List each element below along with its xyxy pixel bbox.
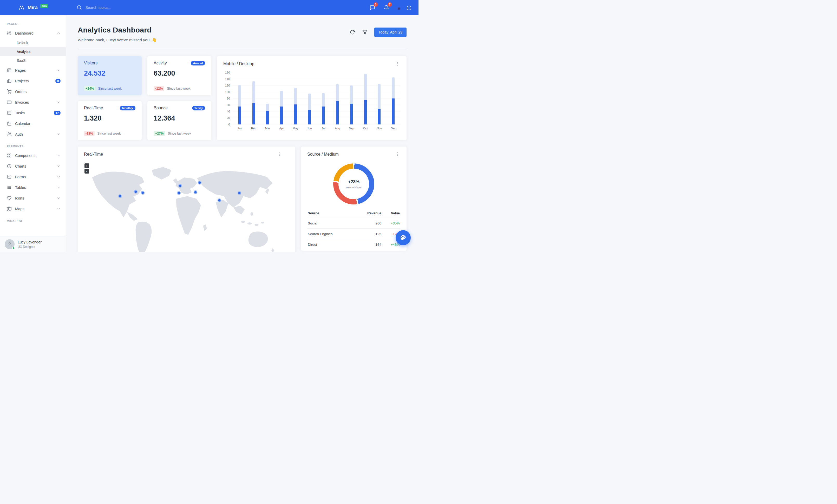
x-axis-label: Mar	[261, 127, 275, 130]
x-axis-label: Sep	[344, 127, 358, 130]
source-cell: Search Engines	[307, 229, 354, 239]
bar-apr	[274, 73, 288, 125]
sidebar-nav: PAGESDashboardDefaultAnalyticsSaaSPagesP…	[0, 15, 66, 236]
brand[interactable]: Mira PRO	[18, 4, 48, 11]
sidebar-item-forms[interactable]: Forms	[0, 171, 66, 182]
bar-plot	[233, 73, 400, 125]
card-menu-button[interactable]	[394, 61, 400, 67]
stat-value: 63.200	[154, 69, 205, 77]
bar-may	[288, 73, 303, 125]
card-title: Real-Time	[84, 152, 103, 157]
card-menu-button[interactable]	[394, 151, 400, 157]
map-marker	[193, 190, 197, 194]
stat-delta-badge: -18%	[84, 131, 95, 136]
map-marker	[217, 199, 221, 202]
bar-segment-desktop	[322, 93, 325, 107]
bar-segment-desktop	[350, 86, 353, 104]
bar-aug	[331, 73, 344, 125]
donut-center-label: new visitors	[346, 186, 361, 189]
revenue-cell: 125	[354, 229, 382, 239]
sidebar-item-label: Maps	[15, 207, 53, 211]
sidebar-item-invoices[interactable]: Invoices	[0, 97, 66, 108]
sidebar-item-label: Auth	[15, 132, 53, 136]
card-title: Source / Medium	[307, 152, 339, 157]
more-vertical-icon	[395, 61, 400, 66]
x-axis-label: Dec	[386, 127, 400, 130]
language-flag-button[interactable]	[397, 7, 398, 8]
map-zoom-in-button[interactable]: +	[85, 163, 89, 168]
sidebar-item-label: Projects	[15, 79, 52, 83]
sidebar-item-label: Invoices	[15, 100, 53, 105]
sidebar-user[interactable]: Lucy Lavender UX Designer	[0, 236, 66, 252]
column-header-revenue: Revenue	[354, 209, 382, 218]
sidebar-item-projects[interactable]: Projects8	[0, 76, 66, 86]
sidebar-item-label: Charts	[15, 164, 53, 168]
stat-title: Visitors	[84, 61, 97, 66]
map-marker	[177, 191, 181, 195]
notifications-button[interactable]: 7	[383, 4, 390, 11]
filter-icon	[362, 30, 368, 35]
layout-icon	[7, 68, 12, 73]
messages-count-badge: 3	[374, 2, 378, 7]
sidebar-item-icons[interactable]: Icons	[0, 193, 66, 203]
refresh-button[interactable]	[349, 29, 356, 35]
chevron-down-icon	[57, 153, 60, 157]
sidebar-item-saas[interactable]: SaaS	[0, 56, 66, 65]
sidebar-count-badge: 17	[54, 111, 60, 115]
bar-segment-mobile	[322, 107, 325, 125]
bar-segment-desktop	[294, 88, 297, 105]
chevron-down-icon	[57, 186, 60, 189]
bar-jul	[317, 73, 331, 125]
users-icon	[7, 132, 12, 136]
search-icon[interactable]	[77, 5, 82, 10]
sidebar-section-title: PAGES	[0, 17, 66, 28]
sidebar-item-tables[interactable]: Tables	[0, 182, 66, 193]
stat-delta-badge: +14%	[84, 86, 95, 91]
sidebar-item-components[interactable]: Components	[0, 150, 66, 161]
sidebar-item-calendar[interactable]: Calendar	[0, 118, 66, 129]
map-marker	[118, 194, 122, 198]
theme-settings-fab[interactable]	[396, 230, 411, 245]
sidebar-item-label: Components	[15, 153, 53, 158]
sidebar-item-pages[interactable]: Pages	[0, 65, 66, 76]
sidebar-item-default[interactable]: Default	[0, 38, 66, 47]
sidebar-item-dashboard[interactable]: Dashboard	[0, 28, 66, 38]
stat-caption: Since last week	[167, 87, 190, 90]
sidebar-item-tasks[interactable]: Tasks17	[0, 108, 66, 118]
pro-badge: PRO	[40, 4, 48, 8]
search-input[interactable]	[85, 5, 145, 10]
messages-button[interactable]: 3	[369, 4, 376, 11]
more-vertical-icon	[277, 152, 282, 157]
bar-segment-mobile	[336, 101, 339, 125]
filter-button[interactable]	[362, 29, 368, 35]
source-medium-card: Source / Medium +23% new visitors	[301, 147, 407, 251]
refresh-icon	[350, 30, 355, 35]
heart-icon	[7, 196, 12, 200]
sidebar-item-orders[interactable]: Orders	[0, 86, 66, 97]
x-axis-label: Aug	[331, 127, 344, 130]
sidebar-item-analytics[interactable]: Analytics	[0, 47, 66, 56]
bar-segment-mobile	[294, 105, 297, 125]
navbar-actions: 3 7	[369, 4, 412, 11]
mobile-desktop-bar-chart: 160140120100806040200	[223, 73, 400, 130]
sign-out-button[interactable]	[406, 4, 412, 11]
top-navbar: Mira PRO 3 7	[0, 0, 418, 15]
sidebar-item-auth[interactable]: Auth	[0, 129, 66, 139]
bar-segment-mobile	[350, 104, 353, 125]
date-range-button[interactable]: Today: April 29	[374, 27, 407, 37]
bar-jan	[233, 73, 247, 125]
header-actions: Today: April 29	[349, 27, 407, 37]
source-medium-table: Source Revenue Value Social 260 +35% Sea…	[307, 209, 400, 250]
x-axis-label: Apr	[274, 127, 288, 130]
source-medium-row: Search Engines 125 -12%	[307, 229, 400, 239]
sidebar-item-charts[interactable]: Charts	[0, 161, 66, 171]
map-zoom-out-button[interactable]: -	[85, 169, 89, 173]
bar-jun	[303, 73, 317, 125]
palette-icon	[400, 234, 407, 241]
chevron-up-icon	[57, 31, 60, 35]
bar-mar	[261, 73, 275, 125]
card-menu-button[interactable]	[277, 151, 283, 157]
sidebar-item-maps[interactable]: Maps	[0, 203, 66, 214]
stat-value: 12.364	[154, 114, 205, 123]
more-vertical-icon	[395, 152, 400, 157]
